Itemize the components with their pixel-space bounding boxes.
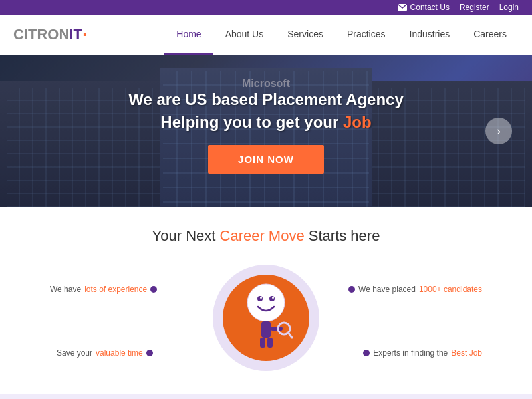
diagram-outer-circle — [213, 265, 319, 371]
label-br-prefix: Experts in finding the — [373, 348, 448, 358]
label-br-highlight: Best Job — [451, 348, 482, 358]
career-title-highlight: Career Move — [220, 227, 305, 244]
dot-bl — [146, 350, 153, 356]
label-tl-highlight: lots of experience — [84, 285, 147, 294]
hero-title: We are US based Placement Agency Helping… — [128, 88, 404, 133]
svg-point-5 — [272, 297, 274, 299]
hero-section: Microsoft We are US based Placement Agen… — [0, 55, 532, 207]
nav-link-home[interactable]: Home — [164, 15, 213, 55]
label-bottom-right: Experts in finding the Best Job — [363, 348, 482, 358]
nav-link-services[interactable]: Services — [275, 15, 335, 53]
nav-item-services[interactable]: Services — [275, 15, 335, 55]
career-title: Your Next Career Move Starts here — [13, 227, 519, 245]
svg-rect-10 — [260, 338, 265, 348]
career-title-suffix: Starts here — [305, 227, 380, 244]
label-tr-highlight: 1000+ candidates — [419, 285, 482, 294]
label-tl-prefix: We have — [50, 285, 81, 294]
join-now-button[interactable]: JOIN NOW — [208, 145, 324, 174]
hero-content: We are US based Placement Agency Helping… — [128, 88, 404, 174]
hero-title-line1: We are US based Placement Agency — [128, 90, 404, 108]
hero-title-line2-prefix: Helping you to get your — [160, 113, 343, 131]
dot-tl — [150, 286, 157, 293]
nav-item-about[interactable]: About Us — [213, 15, 276, 55]
svg-point-4 — [260, 297, 262, 299]
svg-rect-11 — [267, 338, 273, 348]
career-section: Your Next Career Move Starts here We hav… — [0, 207, 532, 394]
contact-section: Contact Us — [398, 3, 450, 12]
nav-link-about[interactable]: About Us — [213, 15, 276, 53]
label-bl-highlight: valuable time — [96, 348, 143, 358]
register-link[interactable]: Register — [460, 3, 489, 12]
label-bottom-left: Save your valuable time — [57, 348, 153, 358]
svg-rect-6 — [261, 321, 271, 338]
nav-item-careers[interactable]: Careers — [462, 15, 519, 55]
top-bar: Contact Us Register Login — [0, 0, 532, 15]
svg-rect-7 — [271, 327, 283, 331]
hero-title-highlight: Job — [343, 113, 372, 131]
diagram-character — [236, 281, 296, 354]
nav-item-home[interactable]: Home — [164, 15, 213, 55]
svg-line-9 — [288, 332, 292, 338]
label-top-right: We have placed 1000+ candidates — [348, 285, 482, 294]
login-link[interactable]: Login — [499, 3, 519, 12]
logo-citron: CITRON — [13, 26, 69, 43]
label-tr-prefix: We have placed — [358, 285, 416, 294]
career-title-prefix: Your Next — [152, 227, 220, 244]
label-bl-prefix: Save your — [57, 348, 92, 358]
logo[interactable]: CITRONIT· — [13, 26, 88, 43]
nav-link-industries[interactable]: Industries — [398, 15, 462, 53]
email-icon — [398, 4, 407, 11]
nav-item-industries[interactable]: Industries — [398, 15, 462, 55]
label-top-left: We have lots of experience — [50, 285, 157, 294]
services-footer: Our Services keeps you happy — [0, 394, 532, 399]
nav-links: Home About Us Services Practices Industr… — [164, 15, 519, 55]
diagram-container: We have lots of experience We have place… — [13, 261, 519, 374]
svg-point-3 — [269, 296, 275, 301]
hero-arrow-right[interactable]: › — [485, 118, 512, 144]
navbar: CITRONIT· Home About Us Services Practic… — [0, 15, 532, 55]
contact-link[interactable]: Contact Us — [410, 3, 450, 12]
dot-br — [363, 350, 370, 356]
svg-point-1 — [247, 284, 285, 321]
svg-point-2 — [257, 296, 263, 301]
nav-link-practices[interactable]: Practices — [335, 15, 398, 53]
diagram-inner-circle — [223, 275, 309, 361]
dot-tr — [348, 286, 355, 293]
nav-link-careers[interactable]: Careers — [462, 15, 519, 53]
logo-it: IT — [69, 26, 82, 43]
nav-item-practices[interactable]: Practices — [335, 15, 398, 55]
